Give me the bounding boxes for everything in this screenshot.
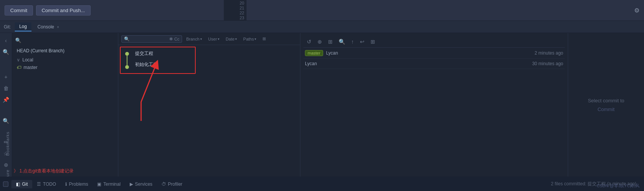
expand-icon: ∨ (17, 57, 20, 63)
commit-button[interactable]: Commit (5, 5, 33, 16)
bottom-toolbar: ◧ Git ☰ TODO ℹ Problems ▣ Terminal ▶ Ser… (0, 177, 644, 191)
branch-search-input[interactable] (23, 38, 115, 43)
commit-graph-area: 提交工程 初始化工程 (118, 45, 300, 177)
commit-message-0: 提交工程 (135, 50, 153, 57)
git-tab-icon: ◧ (16, 182, 20, 187)
local-label: Local (22, 57, 33, 63)
svg-point-2 (125, 65, 129, 69)
arrow-up-btn[interactable]: ↑ (349, 38, 356, 46)
search-icon-filter: 🔍 (124, 36, 130, 42)
main-content: ‹ 🔍 + 🗑 📌 🔍 ✏ ☆ ⊕ Bookmarks Structure 🔍 … (0, 33, 644, 177)
git-tab-label: Git (22, 182, 28, 187)
tab-console[interactable]: Console × (33, 23, 64, 31)
undo-btn[interactable]: ↩ (358, 38, 366, 46)
master-label: master (24, 65, 38, 70)
annotation-text: 1.点击git查看本地创建记录 (19, 168, 74, 174)
search-icon2[interactable]: 🔍 (2, 116, 11, 125)
profiler-tab-label: Profiler (168, 182, 182, 187)
commit-entry-0[interactable]: 提交工程 (132, 48, 300, 59)
svg-point-0 (125, 52, 129, 56)
terminal-tab-icon: ▣ (97, 182, 101, 187)
tabs-bar: Git: Log Console × (0, 21, 644, 33)
annotation-prefix: 》 (14, 168, 18, 174)
search-icon-details[interactable]: 🔍 (337, 38, 347, 46)
trash-icon[interactable]: 🗑 (2, 84, 11, 93)
filter-search: 🔍 ✱ Cc (121, 35, 182, 43)
checkbox[interactable] (3, 182, 8, 187)
collapse-icon[interactable]: ‹ (2, 36, 11, 45)
time-1: 30 minutes ago (532, 61, 563, 66)
tab-close-icon[interactable]: × (57, 25, 59, 29)
services-tab-icon: ▶ (130, 182, 133, 187)
details-toolbar: ↺ ⊕ ⊞ 🔍 ↑ ↩ ⊞ (303, 36, 565, 48)
bottom-tab-todo[interactable]: ☰ TODO (32, 180, 60, 188)
commit-details-panel: ↺ ⊕ ⊞ 🔍 ↑ ↩ ⊞ master Lycan 2 minutes ago… (300, 33, 568, 177)
problems-tab-label: Problems (69, 182, 88, 187)
bottom-tab-git[interactable]: ◧ Git (11, 180, 32, 188)
top-toolbar: Commit Commit and Push... ⚙ 20 21 22 23 … (0, 0, 644, 21)
bottom-tab-services[interactable]: ▶ Services (125, 180, 157, 188)
branch-panel: 🔍 HEAD (Current Branch) ∨ Local 🏷 master (12, 33, 118, 177)
grid-icon-btn[interactable]: ⊞ (326, 38, 335, 46)
split-btn[interactable]: ⊞ (369, 38, 377, 46)
commit-graph-panel: 🔍 ✱ Cc Branch ▾ User ▾ Date ▾ Paths ▾ ⊞ (118, 33, 300, 177)
bottom-tab-problems[interactable]: ℹ Problems (61, 180, 93, 188)
commit-push-button[interactable]: Commit and Push... (36, 5, 91, 16)
branch-filter-btn[interactable]: Branch ▾ (184, 36, 204, 42)
branch-search: 🔍 (12, 36, 118, 45)
bottom-tab-profiler[interactable]: ⏱ Profiler (157, 180, 187, 188)
refresh-icon-btn[interactable]: ↺ (305, 38, 313, 46)
problems-tab-icon: ℹ (65, 182, 67, 187)
author-0: Lycan (326, 50, 338, 56)
filter-bar: 🔍 ✱ Cc Branch ▾ User ▾ Date ▾ Paths ▾ ⊞ (118, 33, 300, 45)
search-icon-left[interactable]: 🔍 (2, 47, 11, 56)
local-group-item[interactable]: ∨ Local (15, 56, 115, 64)
user-chevron: ▾ (218, 37, 220, 41)
status-left (0, 180, 11, 188)
commit-detail-row-1[interactable]: Lycan 30 minutes ago (303, 59, 565, 69)
gear-button[interactable]: ⚙ (634, 7, 639, 14)
annotation-area: 》 1.点击git查看本地创建记录 (14, 168, 74, 174)
add-icon[interactable]: + (2, 72, 11, 81)
watermark: CSDN @零岛LYC|听风 (597, 183, 639, 189)
tag-icon: 🏷 (17, 65, 21, 70)
paths-chevron: ▾ (254, 37, 256, 41)
user-filter-btn[interactable]: User ▾ (206, 36, 221, 42)
branch-tree: HEAD (Current Branch) ∨ Local 🏷 master (12, 47, 118, 71)
master-tag: master (305, 50, 323, 56)
select-commit-panel: Select commit to Commit (568, 33, 644, 177)
line-numbers: 20 21 22 23 24 (224, 0, 247, 21)
bottom-tab-terminal[interactable]: ▣ Terminal (93, 180, 125, 188)
cherry-pick-btn[interactable]: ⊕ (316, 38, 324, 46)
time-0: 2 minutes ago (535, 50, 563, 56)
head-label: HEAD (Current Branch) (17, 48, 64, 53)
gear-icon: ⚙ (634, 7, 639, 14)
paths-filter-btn[interactable]: Paths ▾ (241, 36, 258, 42)
commit-search-input[interactable] (131, 36, 168, 42)
branch-chevron: ▾ (200, 37, 202, 41)
commit-right-label: Commit (598, 106, 615, 112)
select-commit-label: Select commit to (588, 98, 624, 103)
search-icon-branch: 🔍 (15, 38, 21, 43)
git-label: Git: (4, 24, 11, 30)
todo-tab-label: TODO (43, 182, 56, 187)
master-branch-item[interactable]: 🏷 master (15, 64, 115, 71)
plus-circle-icon[interactable]: ⊕ (2, 160, 11, 169)
filter-grid-btn[interactable]: ⊞ (261, 36, 268, 42)
head-branch-item[interactable]: HEAD (Current Branch) (15, 47, 115, 55)
tab-log[interactable]: Log (15, 22, 31, 31)
todo-tab-icon: ☰ (37, 182, 41, 187)
commit-graph-svg (121, 48, 133, 78)
commit-detail-row-0[interactable]: master Lycan 2 minutes ago (303, 48, 565, 59)
cc-label: Cc (174, 37, 179, 41)
bookmarks-label: Bookmarks (5, 132, 10, 156)
commit-message-1: 初始化工程 (135, 61, 158, 68)
author-1: Lycan (305, 61, 317, 66)
date-filter-btn[interactable]: Date ▾ (224, 36, 239, 42)
profiler-tab-icon: ⏱ (162, 182, 166, 187)
commit-entry-1[interactable]: 初始化工程 (132, 59, 300, 70)
pin-icon[interactable]: 📌 (2, 95, 11, 104)
terminal-tab-label: Terminal (103, 182, 120, 187)
services-tab-label: Services (135, 182, 152, 187)
asterisk-icon: ✱ (169, 36, 173, 42)
